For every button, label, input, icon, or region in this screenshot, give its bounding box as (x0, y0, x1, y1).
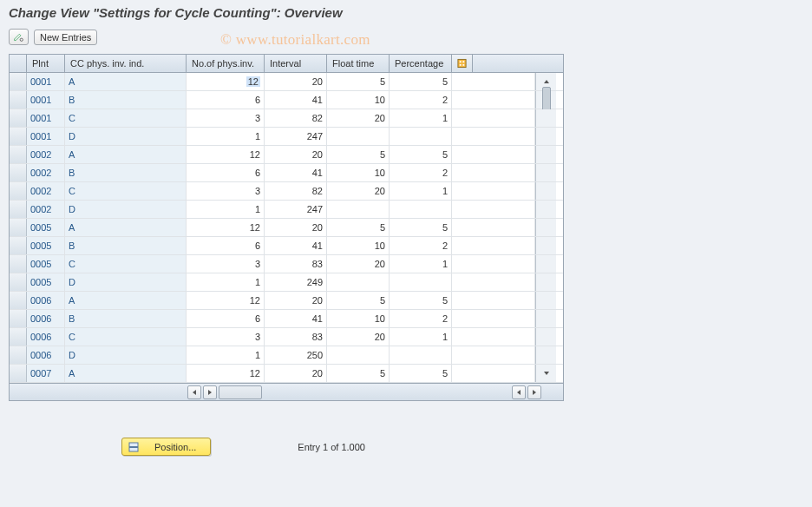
cell-num[interactable]: 3 (187, 328, 265, 346)
cell-float[interactable]: 5 (327, 146, 390, 163)
cell-interval[interactable]: 83 (265, 328, 327, 346)
cell-percentage[interactable]: 2 (390, 310, 452, 327)
cell-interval[interactable]: 20 (265, 219, 327, 236)
cell-percentage[interactable]: 5 (390, 146, 452, 163)
cell-cc[interactable]: A (65, 292, 187, 309)
cell-interval[interactable]: 41 (265, 237, 327, 254)
new-entries-button[interactable]: New Entries (34, 30, 97, 45)
cell-percentage[interactable]: 1 (390, 255, 452, 273)
col-header-percentage[interactable]: Percentage (390, 55, 452, 72)
cell-float[interactable]: 10 (327, 164, 390, 181)
cell-cc[interactable]: D (65, 201, 187, 218)
vscroll-track[interactable] (535, 164, 556, 181)
cell-percentage[interactable]: 1 (390, 328, 452, 346)
cell-percentage[interactable]: 5 (390, 73, 452, 90)
cell-extra[interactable] (452, 91, 535, 109)
cell-plant[interactable]: 0002 (27, 201, 65, 218)
hscroll-right-button[interactable] (203, 385, 217, 399)
row-selector[interactable] (10, 273, 27, 291)
cell-percentage[interactable] (390, 273, 452, 291)
cell-float[interactable] (327, 273, 390, 291)
cell-extra[interactable] (452, 273, 535, 291)
cell-percentage[interactable]: 1 (390, 109, 452, 127)
cell-extra[interactable] (452, 73, 535, 90)
cell-interval[interactable]: 20 (265, 73, 327, 90)
row-selector[interactable] (10, 255, 27, 273)
cell-num[interactable]: 1 (187, 128, 265, 145)
cell-num[interactable]: 12 (187, 73, 265, 90)
cell-interval[interactable]: 41 (265, 91, 327, 109)
cell-float[interactable] (327, 346, 390, 364)
cell-extra[interactable] (452, 164, 535, 181)
row-selector[interactable] (10, 310, 27, 327)
cell-cc[interactable]: A (65, 219, 187, 236)
cell-interval[interactable]: 20 (265, 365, 327, 382)
cell-percentage[interactable]: 2 (390, 237, 452, 254)
cell-percentage[interactable]: 1 (390, 182, 452, 200)
cell-plant[interactable]: 0005 (27, 273, 65, 291)
cell-extra[interactable] (452, 346, 535, 364)
cell-interval[interactable]: 247 (265, 201, 327, 218)
cell-extra[interactable] (452, 219, 535, 236)
cell-cc[interactable]: B (65, 164, 187, 181)
cell-float[interactable]: 5 (327, 365, 390, 382)
cell-extra[interactable] (452, 237, 535, 254)
cell-plant[interactable]: 0002 (27, 164, 65, 181)
vscroll-track[interactable] (535, 146, 556, 163)
cell-float[interactable]: 20 (327, 255, 390, 273)
vscroll-track[interactable] (535, 237, 556, 254)
cell-plant[interactable]: 0001 (27, 91, 65, 109)
table-config-button[interactable] (452, 55, 473, 72)
col-header-interval[interactable]: Interval (265, 55, 327, 72)
col-header-cc[interactable]: CC phys. inv. ind. (65, 55, 187, 72)
cell-float[interactable]: 20 (327, 328, 390, 346)
cell-cc[interactable]: C (65, 255, 187, 273)
cell-num[interactable]: 3 (187, 109, 265, 127)
cell-plant[interactable]: 0002 (27, 182, 65, 200)
cell-plant[interactable]: 0005 (27, 219, 65, 236)
cell-cc[interactable]: A (65, 146, 187, 163)
cell-extra[interactable] (452, 109, 535, 127)
cell-extra[interactable] (452, 128, 535, 145)
row-selector[interactable] (10, 91, 27, 109)
vscroll-track[interactable] (535, 310, 556, 327)
cell-cc[interactable]: B (65, 310, 187, 327)
vscroll-track[interactable] (535, 292, 556, 309)
cell-cc[interactable]: C (65, 109, 187, 127)
cell-num[interactable]: 6 (187, 164, 265, 181)
select-all-header[interactable] (10, 55, 27, 72)
vscroll-down-button[interactable] (535, 365, 556, 382)
cell-extra[interactable] (452, 328, 535, 346)
cell-num[interactable]: 12 (187, 292, 265, 309)
cell-extra[interactable] (452, 292, 535, 309)
col-header-num[interactable]: No.of phys.inv. (187, 55, 265, 72)
cell-float[interactable]: 20 (327, 182, 390, 200)
cell-num[interactable]: 1 (187, 201, 265, 218)
vscroll-track[interactable] (535, 273, 556, 291)
cell-plant[interactable]: 0002 (27, 146, 65, 163)
vscroll-track[interactable] (535, 201, 556, 218)
hscroll-right2-button[interactable] (527, 385, 541, 399)
cell-cc[interactable]: A (65, 73, 187, 90)
row-selector[interactable] (10, 128, 27, 145)
col-header-float[interactable]: Float time (327, 55, 390, 72)
cell-float[interactable]: 10 (327, 91, 390, 109)
cell-plant[interactable]: 0005 (27, 255, 65, 273)
cell-cc[interactable]: A (65, 365, 187, 382)
cell-cc[interactable]: B (65, 237, 187, 254)
cell-plant[interactable]: 0007 (27, 365, 65, 382)
cell-extra[interactable] (452, 255, 535, 273)
vscroll-track[interactable] (535, 91, 556, 109)
cell-num[interactable]: 1 (187, 273, 265, 291)
cell-interval[interactable]: 41 (265, 164, 327, 181)
cell-interval[interactable]: 20 (265, 146, 327, 163)
row-selector[interactable] (10, 365, 27, 382)
cell-plant[interactable]: 0001 (27, 109, 65, 127)
vscroll-track[interactable] (535, 255, 556, 273)
cell-cc[interactable]: D (65, 346, 187, 364)
vscroll-track[interactable] (535, 182, 556, 200)
cell-interval[interactable]: 82 (265, 109, 327, 127)
cell-plant[interactable]: 0006 (27, 310, 65, 327)
cell-plant[interactable]: 0005 (27, 237, 65, 254)
vscroll-track[interactable] (535, 128, 556, 145)
